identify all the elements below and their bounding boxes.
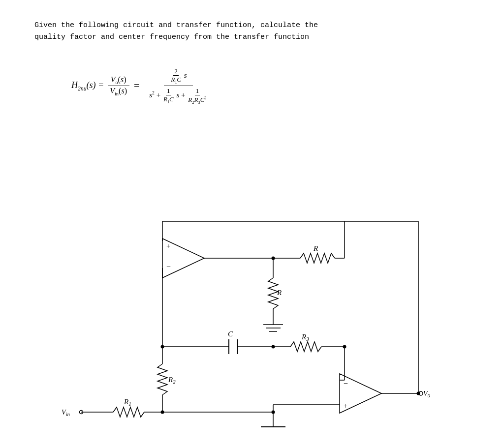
transfer-function-formula: H2nu(s) = Vo(s) Vin(s) = 2 R1C s s2 + 1 … [71,66,214,106]
problem-line1: Given the following circuit and transfer… [34,20,318,31]
label-R1: R1 [124,398,131,407]
label-vo: V0 [423,390,431,398]
resistor-R2 [158,364,167,395]
opamp1-minus: − [166,263,171,271]
label-C-top: C [228,330,233,338]
formula-equals: = [134,80,139,91]
formula-lhs: H2nu(s) = [71,80,104,92]
opamp2-plus: + [344,402,347,410]
label-R-top: R [313,244,318,252]
resistor-R-top [300,253,335,263]
junction-vo [417,392,420,395]
problem-line2: quality factor and center frequency from… [34,31,318,43]
label-R2: R2 [168,376,176,385]
label-vin: Vin [62,409,70,417]
resistor-R-mid [268,278,278,309]
formula-fraction2: 2 R1C s s2 + 1 R1C s + 1 R2R3C2 [143,66,213,106]
resistor-R1 [113,407,144,417]
circuit-diagram: + − R R [49,113,433,428]
label-R-mid: R [277,289,282,297]
opamp1-plus: + [166,242,170,250]
resistor-R3 [290,342,321,352]
problem-text: Given the following circuit and transfer… [34,20,318,43]
label-R3: R3 [301,333,309,342]
formula-fraction1: Vo(s) Vin(s) [107,75,130,97]
